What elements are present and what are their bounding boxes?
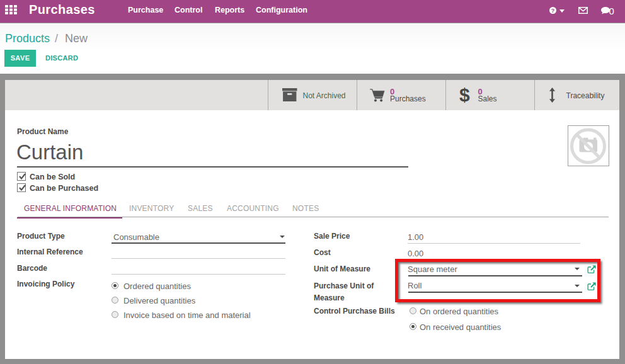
svg-text:?: ?	[551, 8, 555, 14]
